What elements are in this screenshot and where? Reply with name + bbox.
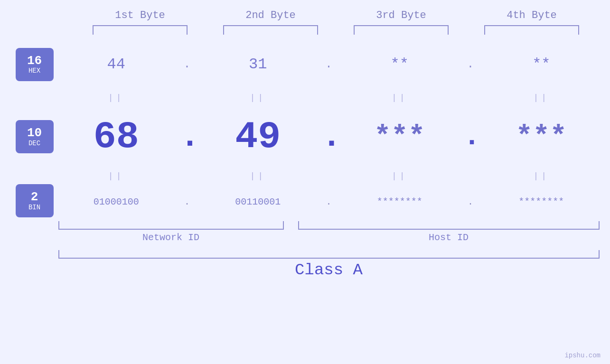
network-bottom-bracket — [58, 221, 284, 230]
top-bracket-3 — [354, 25, 449, 35]
dot-hex-2: . — [321, 58, 336, 71]
host-bottom-bracket — [298, 221, 600, 230]
dot-hex-3: . — [463, 58, 478, 71]
watermark: ipshu.com — [564, 352, 601, 359]
eq1-4: || — [489, 93, 593, 103]
eq2-4: || — [489, 171, 593, 181]
eq2-2: || — [206, 171, 310, 181]
bin-value-4: ******** — [518, 196, 564, 207]
hex-value-4: ** — [532, 56, 550, 73]
class-label: Class A — [58, 261, 600, 279]
dec-value-2: 49 — [235, 115, 281, 159]
main-container: 1st Byte 2nd Byte 3rd Byte 4th Byte 16 H… — [0, 0, 610, 364]
dot-bin-1: . — [180, 196, 194, 207]
dec-value-1: 68 — [94, 115, 139, 159]
eq1-2: || — [206, 93, 310, 103]
byte-label-2: 2nd Byte — [223, 9, 318, 21]
byte-label-4: 4th Byte — [484, 9, 579, 21]
network-id-label: Network ID — [58, 232, 284, 243]
dot-dec-2: . — [321, 118, 336, 156]
eq2-1: || — [64, 171, 169, 181]
dot-bin-2: . — [321, 196, 336, 207]
dot-dec-1: . — [180, 118, 194, 156]
hex-value-2: 31 — [249, 56, 267, 73]
byte-label-1: 1st Byte — [93, 9, 188, 21]
byte-label-3: 3rd Byte — [354, 9, 449, 21]
bin-value-2: 00110001 — [235, 196, 281, 207]
host-id-label: Host ID — [298, 232, 600, 243]
dec-value-3: *** — [374, 121, 425, 153]
hex-value-1: 44 — [107, 56, 125, 73]
eq1-1: || — [64, 93, 169, 103]
dot-bin-3: . — [463, 196, 478, 207]
top-bracket-4 — [484, 25, 579, 35]
dot-dec-3: . — [463, 121, 478, 153]
dec-value-4: *** — [516, 121, 567, 153]
dec-badge: 10 DEC — [16, 120, 54, 153]
bin-badge: 2 BIN — [16, 184, 54, 217]
hex-badge: 16 HEX — [16, 48, 54, 81]
dot-hex-1: . — [180, 58, 194, 71]
hex-value-3: ** — [391, 56, 409, 73]
top-bracket-1 — [93, 25, 188, 35]
eq2-3: || — [347, 171, 452, 181]
bin-value-3: ******** — [377, 196, 422, 207]
eq1-3: || — [347, 93, 452, 103]
bin-value-1: 01000100 — [94, 196, 139, 207]
top-bracket-2 — [223, 25, 318, 35]
class-bottom-bracket — [58, 250, 600, 259]
